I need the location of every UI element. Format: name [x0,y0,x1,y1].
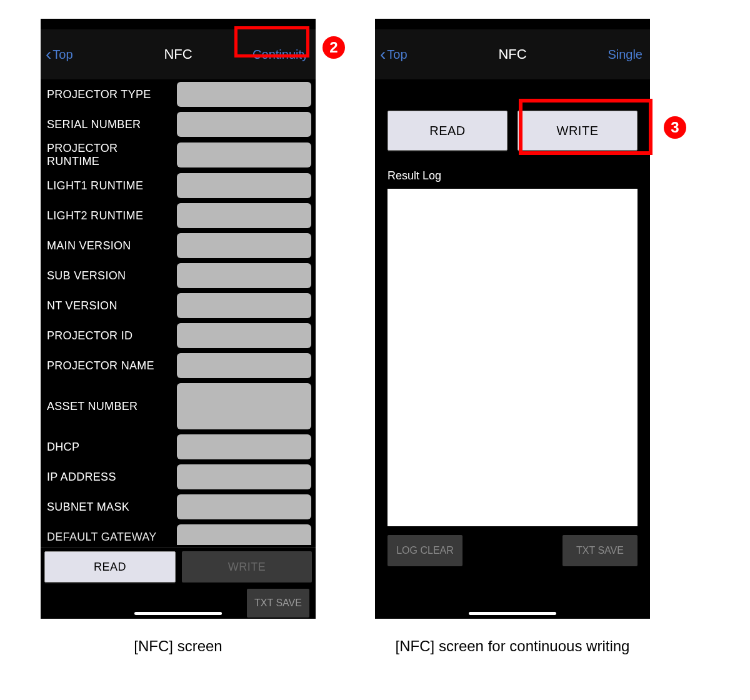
field-label: SERIAL NUMBER [47,118,172,131]
field-label: LIGHT2 RUNTIME [47,209,172,222]
field-input[interactable] [177,494,311,519]
field-row: NT VERSION [47,293,313,318]
read-button[interactable]: READ [388,111,508,151]
field-label: DHCP [47,441,172,454]
field-input[interactable] [177,353,311,378]
field-input[interactable] [177,383,311,429]
back-label: Top [52,48,72,62]
home-indicator[interactable] [134,612,222,615]
field-label: SUBNET MASK [47,501,172,514]
field-row: ASSET NUMBER [47,383,313,429]
field-label: PROJECTOR ID [47,329,172,342]
back-button[interactable]: ‹ Top [380,46,449,63]
field-input[interactable] [177,233,311,258]
field-input[interactable] [177,293,311,318]
field-row: PROJECTOR ID [47,323,313,348]
log-clear-button[interactable]: LOG CLEAR [388,535,462,566]
field-input[interactable] [177,82,311,107]
chevron-left-icon: ‹ [380,46,386,63]
mode-toggle-button[interactable]: Continuity [242,48,311,62]
field-row: IP ADDRESS [47,464,313,489]
field-row: SUBNET MASK [47,494,313,519]
field-label: MAIN VERSION [47,239,172,252]
phone-screen-left: ‹ Top NFC Continuity PROJECTOR TYPESERIA… [41,19,316,619]
field-input[interactable] [177,464,311,489]
txt-save-button[interactable]: TXT SAVE [562,535,638,566]
navbar: ‹ Top NFC Single [375,29,650,79]
page-title: NFC [164,46,192,62]
field-input[interactable] [177,524,311,545]
field-row: LIGHT1 RUNTIME [47,173,313,198]
chevron-left-icon: ‹ [46,46,51,63]
callout-badge-2: 2 [322,36,345,59]
field-row: PROJECTOR NAME [47,353,313,378]
field-row: SERIAL NUMBER [47,112,313,137]
continuous-write-panel: READ WRITE Result Log LOG CLEAR TXT SAVE [375,79,650,566]
field-input[interactable] [177,263,311,288]
field-row: PROJECTOR RUNTIME [47,142,313,168]
field-input[interactable] [177,323,311,348]
home-indicator[interactable] [469,612,556,615]
page-title: NFC [498,46,526,62]
fields-list: PROJECTOR TYPESERIAL NUMBERPROJECTOR RUN… [41,79,316,545]
field-row: DHCP [47,434,313,459]
field-label: PROJECTOR TYPE [47,88,172,101]
result-log-label: Result Log [388,169,638,182]
field-input[interactable] [177,173,311,198]
caption-left: [NFC] screen [41,638,316,655]
field-row: PROJECTOR TYPE [47,82,313,107]
field-label: SUB VERSION [47,269,172,282]
field-label: PROJECTOR RUNTIME [47,142,172,168]
field-label: IP ADDRESS [47,471,172,484]
caption-right: [NFC] screen for continuous writing [375,638,650,655]
read-button[interactable]: READ [44,551,176,582]
field-row: DEFAULT GATEWAY [47,524,313,545]
navbar: ‹ Top NFC Continuity [41,29,316,79]
field-label: ASSET NUMBER [47,400,172,413]
callout-badge-3: 3 [664,116,686,139]
txt-save-button[interactable]: TXT SAVE [247,589,309,618]
field-input[interactable] [177,203,311,228]
write-button[interactable]: WRITE [182,551,312,582]
field-label: LIGHT1 RUNTIME [47,179,172,192]
back-button[interactable]: ‹ Top [46,46,114,63]
result-log-area[interactable] [388,189,638,526]
mode-toggle-button[interactable]: Single [576,48,645,62]
phone-screen-right: ‹ Top NFC Single READ WRITE Result Log L… [375,19,650,619]
field-label: NT VERSION [47,299,172,312]
field-label: DEFAULT GATEWAY [47,531,172,544]
field-row: SUB VERSION [47,263,313,288]
field-input[interactable] [177,112,311,137]
field-input[interactable] [177,434,311,459]
write-button[interactable]: WRITE [518,111,638,151]
field-input[interactable] [177,142,311,168]
field-label: PROJECTOR NAME [47,359,172,372]
field-row: LIGHT2 RUNTIME [47,203,313,228]
back-label: Top [387,48,407,62]
field-row: MAIN VERSION [47,233,313,258]
bottom-toolbar: READ WRITE TXT SAVE [41,547,316,619]
